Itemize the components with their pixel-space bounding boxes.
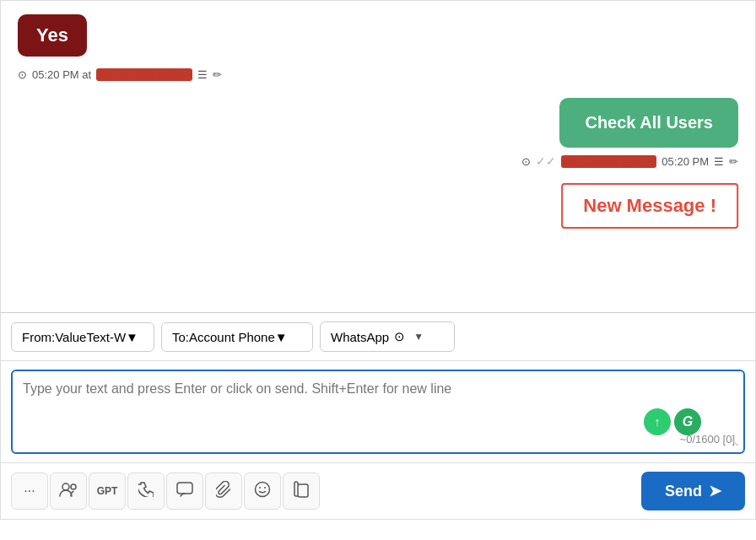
msg-meta-left: ⊙ 05:20 PM at Sai Charan Adapa ☰ ✏	[18, 68, 738, 81]
redacted-name-right: Sai Charan Adapa	[561, 155, 657, 168]
text-input-area: ↑ G ~0/1600 [0] ⤡	[1, 361, 755, 463]
overlay-icons: ↑ G	[644, 408, 701, 435]
grammarly-icon[interactable]: G	[674, 408, 701, 435]
from-select[interactable]: From:ValueText-W▼	[11, 322, 154, 352]
new-message-box: New Message !	[561, 183, 738, 229]
emoji-button[interactable]	[244, 472, 281, 510]
check-all-users-wrapper: Check All Users	[18, 98, 738, 148]
users-icon	[59, 482, 78, 500]
char-count: ~0/1600 [0]	[680, 433, 735, 446]
timestamp-right: 05:20 PM	[662, 155, 709, 168]
edit-icon-right: ✏	[729, 155, 738, 168]
more-icon: ···	[24, 483, 35, 499]
edit-icon-left: ✏	[213, 68, 222, 81]
phone-button[interactable]	[127, 472, 165, 510]
copy-icon	[294, 481, 309, 501]
new-message-text: New Message !	[583, 195, 716, 216]
whatsapp-channel-icon: ⊙	[394, 329, 405, 344]
send-button[interactable]: Send ➤	[641, 472, 745, 510]
to-select[interactable]: To:Account Phone▼	[161, 322, 313, 352]
attach-button[interactable]	[205, 472, 242, 510]
checkmarks: ✓✓	[536, 154, 556, 168]
chat-button[interactable]	[166, 472, 203, 510]
send-arrow-icon: ➤	[709, 482, 721, 500]
svg-rect-2	[177, 483, 192, 494]
channel-select[interactable]: WhatsApp ⊙ ▼	[320, 321, 455, 352]
check-all-users-button[interactable]: Check All Users	[559, 98, 738, 148]
chat-icon	[176, 482, 193, 500]
svg-point-3	[256, 483, 270, 497]
list-icon-right: ☰	[714, 155, 724, 168]
action-icons: ··· GPT	[11, 472, 320, 510]
resize-handle[interactable]: ⤡	[730, 435, 740, 449]
svg-point-1	[71, 484, 76, 489]
from-label: From:ValueText-W▼	[22, 330, 138, 344]
channel-arrow: ▼	[413, 331, 424, 343]
timestamp-left: 05:20 PM at	[32, 68, 91, 81]
whatsapp-icon-right: ⊙	[521, 155, 531, 168]
svg-point-4	[259, 487, 261, 489]
users-button[interactable]	[50, 472, 87, 510]
message-input[interactable]	[23, 381, 733, 432]
attach-icon	[216, 481, 231, 501]
list-icon-left: ☰	[197, 68, 208, 81]
grammar-check-icon[interactable]: ↑	[644, 408, 671, 435]
svg-rect-6	[298, 484, 308, 497]
phone-icon	[138, 482, 154, 500]
text-input-wrapper: ↑ G ~0/1600 [0] ⤡	[11, 370, 745, 454]
main-container: Yes ⊙ 05:20 PM at Sai Charan Adapa ☰ ✏ C…	[0, 0, 756, 520]
copy-button[interactable]	[283, 472, 320, 510]
gpt-button[interactable]: GPT	[89, 472, 126, 510]
send-label: Send	[665, 483, 702, 500]
msg-meta-right: ⊙ ✓✓ Sai Charan Adapa 05:20 PM ☰ ✏	[18, 154, 738, 168]
toolbar-row: From:ValueText-W▼ To:Account Phone▼ What…	[1, 313, 755, 361]
bottom-bar: ··· GPT	[1, 463, 755, 519]
whatsapp-icon-left: ⊙	[18, 68, 27, 81]
yes-bubble: Yes	[18, 14, 87, 57]
gpt-icon: GPT	[97, 485, 118, 497]
redacted-name-left: Sai Charan Adapa	[96, 68, 192, 81]
emoji-icon	[254, 481, 271, 501]
chat-area: Yes ⊙ 05:20 PM at Sai Charan Adapa ☰ ✏ C…	[1, 1, 755, 313]
channel-label: WhatsApp	[331, 330, 389, 344]
svg-point-0	[62, 483, 69, 490]
to-label: To:Account Phone▼	[172, 330, 288, 344]
svg-point-5	[264, 487, 266, 489]
more-button[interactable]: ···	[11, 472, 48, 510]
